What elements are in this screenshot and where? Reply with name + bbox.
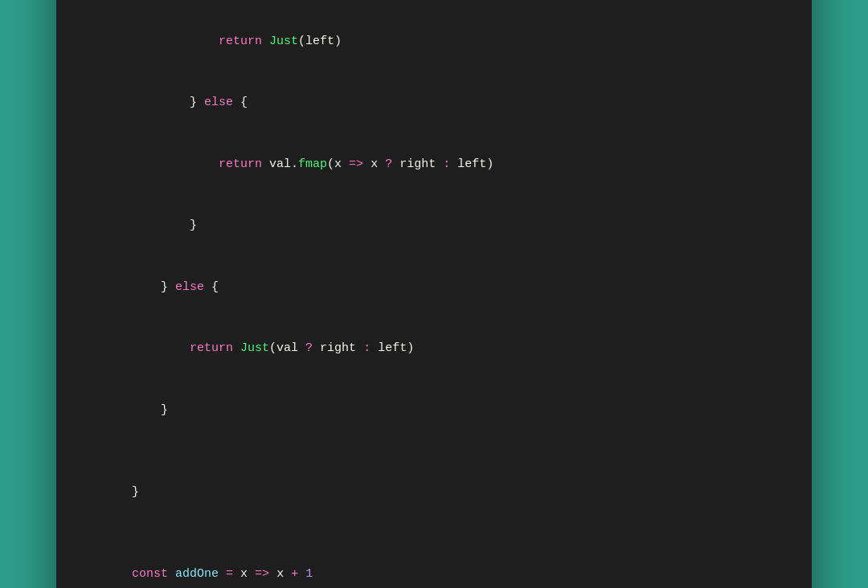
line-close-func: } <box>88 461 780 523</box>
blank-line-1 <box>88 441 780 462</box>
line-if-val-isnothing: if (val.isNothing()) { <box>88 0 780 10</box>
blank-line-2 <box>88 523 780 544</box>
line-const-addone: const addOne = x => x + 1 <box>88 543 780 588</box>
line-close-inner-else: } <box>88 195 780 257</box>
line-else-1: } else { <box>88 72 780 134</box>
code-window: // 这次我们用常见的方式定义 function Either() {} Eit… <box>56 0 812 588</box>
line-else-2: } else { <box>88 256 780 318</box>
line-close-outer-else: } <box>88 379 780 441</box>
line-return-just-val: return Just(val ? right : left) <box>88 318 780 380</box>
code-area: // 这次我们用常见的方式定义 function Either() {} Eit… <box>56 0 812 588</box>
line-return-just-left: return Just(left) <box>88 10 780 72</box>
line-return-fmap: return val.fmap(x => x ? right : left) <box>88 133 780 195</box>
